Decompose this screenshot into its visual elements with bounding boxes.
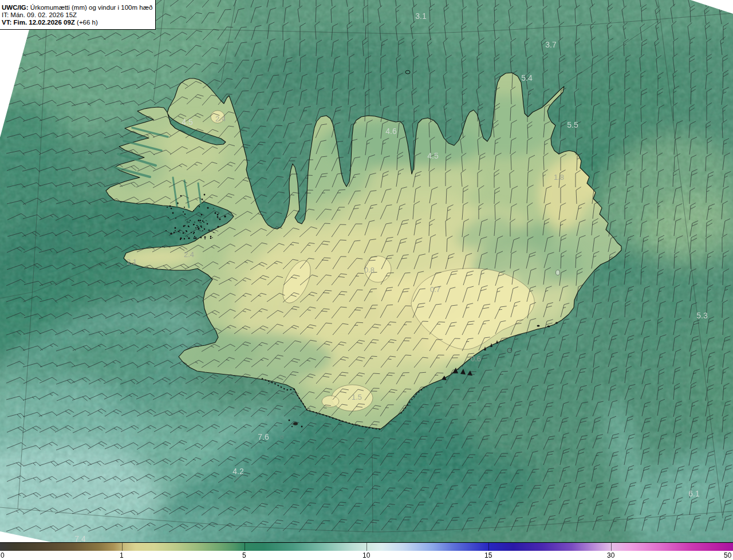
- svg-text:2.4: 2.4: [184, 250, 194, 259]
- svg-text:7.6: 7.6: [258, 432, 269, 441]
- svg-text:4.5: 4.5: [182, 117, 193, 127]
- svg-text:2.1: 2.1: [127, 258, 137, 266]
- svg-text:4.5: 4.5: [427, 151, 439, 160]
- svg-text:0.6: 0.6: [471, 354, 481, 363]
- svg-text:2.4: 2.4: [215, 115, 226, 123]
- svg-text:5.3: 5.3: [696, 311, 708, 320]
- svg-text:1.8: 1.8: [554, 173, 564, 182]
- svg-text:3.7: 3.7: [545, 40, 557, 49]
- svg-text:5.5: 5.5: [567, 120, 578, 129]
- svg-text:1.5: 1.5: [352, 393, 362, 401]
- svg-text:4.2: 4.2: [232, 467, 244, 476]
- svg-text:0.7: 0.7: [430, 285, 440, 294]
- svg-text:0.8: 0.8: [364, 266, 375, 274]
- svg-text:3.1: 3.1: [415, 11, 427, 21]
- svg-text:6.1: 6.1: [688, 489, 700, 498]
- svg-text:5.4: 5.4: [521, 73, 533, 82]
- svg-text:4.6: 4.6: [385, 127, 397, 136]
